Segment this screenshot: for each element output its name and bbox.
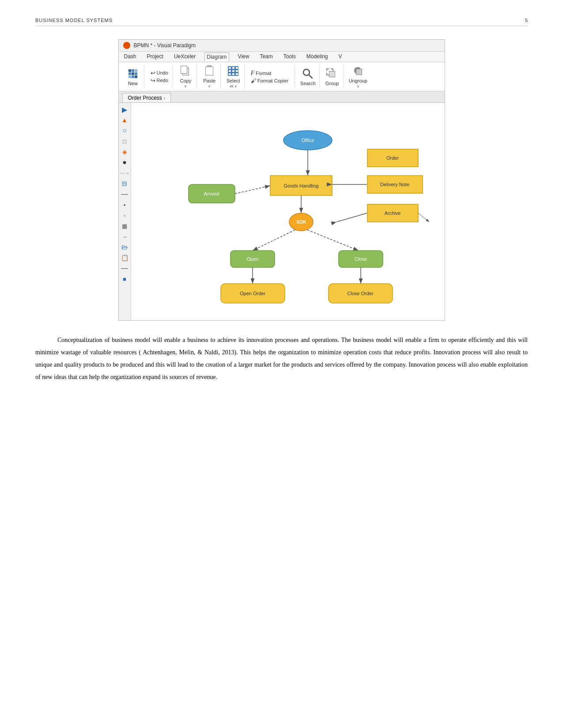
tool-triangle[interactable]: ▲ xyxy=(120,115,129,125)
copy-caret: ∨ xyxy=(184,84,187,88)
order-label: Order xyxy=(386,155,398,161)
toolbar-format-group: F Format 🖌 Format Copier xyxy=(246,65,295,89)
open-order-label: Open Order xyxy=(239,291,265,296)
new-icon xyxy=(126,68,140,80)
body-paragraph: Conceptualization of business model will… xyxy=(35,334,528,383)
tool-diamond[interactable]: ◈ xyxy=(120,147,129,157)
tool-dot[interactable]: ● xyxy=(120,158,129,167)
archive-label: Archive xyxy=(384,210,401,216)
diagram-area: ▶ ▲ ○ □ ◈ ● ····→ ⊟ — ▪ ▫ ▦ → 🗁 📋 — ■ Of… xyxy=(119,103,445,320)
menu-project[interactable]: Project xyxy=(145,53,165,61)
format-icon: F xyxy=(251,70,255,77)
app-screenshot: BPMN * - Visual Paradigm Dash Project Ue… xyxy=(118,39,445,321)
menu-uexceler[interactable]: UeXceler xyxy=(172,53,197,61)
toolbar-undo-group: ↩ Undo ↪ Redo xyxy=(146,65,173,89)
new-button[interactable]: New xyxy=(126,68,140,86)
select-button[interactable]: Select All ∨ xyxy=(226,65,240,88)
toolbar-search-group: Search xyxy=(297,65,320,89)
menu-more[interactable]: V xyxy=(336,53,344,61)
format-copier-button[interactable]: 🖌 Format Copier xyxy=(250,77,291,84)
svg-line-1 xyxy=(309,75,313,78)
tool-open-rect[interactable]: ▫ xyxy=(120,210,129,220)
undo-button[interactable]: ↩ Undo xyxy=(150,69,169,77)
menu-team[interactable]: Team xyxy=(258,53,274,61)
tool-circle[interactable]: ○ xyxy=(120,126,129,135)
tool-rect[interactable]: □ xyxy=(120,136,129,146)
paste-icon xyxy=(202,65,216,77)
close-order-label: Close Order xyxy=(347,291,374,296)
svg-line-13 xyxy=(336,213,367,222)
new-label: New xyxy=(128,81,138,86)
app-icon xyxy=(123,42,130,49)
close-label: Close xyxy=(354,256,367,262)
tool-rect-filled-small[interactable]: ■ xyxy=(120,274,129,284)
svg-line-15 xyxy=(307,230,359,251)
order-process-tab[interactable]: Order Process › xyxy=(122,93,171,102)
copy-label: Copy xyxy=(180,78,191,83)
new-icon-grid xyxy=(128,69,137,78)
tool-line[interactable]: — xyxy=(120,263,129,273)
search-label: Search xyxy=(300,81,316,86)
tool-line-arrow[interactable]: → xyxy=(120,232,129,241)
svg-line-22 xyxy=(418,213,429,222)
redo-button[interactable]: ↪ Redo xyxy=(150,77,169,84)
menu-dash[interactable]: Dash xyxy=(122,53,138,61)
tool-message[interactable]: ⊟ xyxy=(120,179,129,188)
toolbar-select-group: Select All ∨ xyxy=(223,64,245,89)
redo-label: Redo xyxy=(157,78,168,83)
tool-arrow-right[interactable]: ····→ xyxy=(120,168,129,178)
toolbar-paste-group: Paste ∨ xyxy=(199,64,221,89)
tab-label: Order Process xyxy=(128,95,162,101)
format-copier-label: Format Copier xyxy=(257,78,288,83)
menu-diagram[interactable]: Diagram xyxy=(204,53,229,61)
toolbar-copy-group: Copy ∨ xyxy=(175,64,197,89)
copy-button[interactable]: Copy ∨ xyxy=(178,65,193,88)
toolbar-group-group: Group xyxy=(321,65,344,89)
search-button[interactable]: Search xyxy=(300,68,316,86)
paste-button[interactable]: Paste ∨ xyxy=(202,65,216,88)
title-bar: BPMN * - Visual Paradigm xyxy=(119,40,445,52)
tool-minus[interactable]: — xyxy=(120,189,129,199)
tool-folder[interactable]: 🗁 xyxy=(120,242,129,252)
undo-label: Undo xyxy=(157,70,168,75)
ungroup-icon xyxy=(351,65,365,77)
toolbar-ungroup-group: Ungroup ∨ xyxy=(345,64,371,89)
undo-icon: ↩ xyxy=(151,70,155,76)
group-button[interactable]: Group xyxy=(325,68,339,86)
office-label: Office xyxy=(301,138,314,143)
delivery-label: Delivery Note xyxy=(380,182,409,187)
select-icon xyxy=(226,65,240,77)
open-label: Open xyxy=(246,256,258,262)
svg-line-14 xyxy=(253,230,295,251)
app-title: BPMN * - Visual Paradigm xyxy=(134,42,196,49)
paste-label: Paste xyxy=(203,78,215,83)
toolbar-new-group: New xyxy=(122,65,144,89)
group-label: Group xyxy=(325,81,339,86)
tool-pointer[interactable]: ▶ xyxy=(120,105,129,114)
redo-icon: ↪ xyxy=(151,77,155,84)
menu-modeling[interactable]: Modeling xyxy=(305,53,330,61)
ungroup-button[interactable]: Ungroup ∨ xyxy=(349,65,367,88)
tool-table[interactable]: ▦ xyxy=(120,221,129,231)
menu-tools[interactable]: Tools xyxy=(282,53,298,61)
toolbar: New ↩ Undo ↪ Redo Co xyxy=(119,62,445,91)
page-number: 5 xyxy=(525,18,528,23)
menu-bar: Dash Project UeXceler Diagram View Team … xyxy=(119,52,445,62)
page-header: BUSINESS MODEL SYSTEMS 5 xyxy=(35,18,528,26)
group-icon xyxy=(325,68,339,80)
document-title: BUSINESS MODEL SYSTEMS xyxy=(35,18,113,23)
select-label: Select xyxy=(227,78,240,83)
diagram-canvas: Office Order Delivery Note Archive Arriv… xyxy=(131,103,445,320)
arrived-label: Arrived xyxy=(204,191,219,196)
tool-doc[interactable]: 📋 xyxy=(120,253,129,263)
tool-filled-rect[interactable]: ▪ xyxy=(120,200,129,210)
ungroup-caret: ∨ xyxy=(357,84,359,88)
goods-label: Goods Handling xyxy=(283,183,318,188)
bpmn-diagram: Office Order Delivery Note Archive Arriv… xyxy=(136,107,440,315)
format-label: Format xyxy=(256,71,271,76)
tab-arrow: › xyxy=(164,96,165,101)
format-button[interactable]: F Format xyxy=(250,69,291,77)
select-caret: All ∨ xyxy=(230,84,237,88)
tab-bar: Order Process › xyxy=(119,91,445,103)
menu-view[interactable]: View xyxy=(236,53,251,61)
